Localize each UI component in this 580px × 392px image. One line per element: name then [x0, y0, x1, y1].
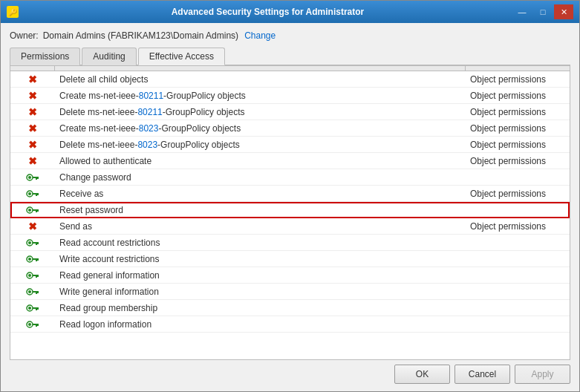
svg-rect-22: [33, 258, 38, 260]
permission-icon: [10, 284, 55, 299]
table-row[interactable]: Read general information: [10, 267, 570, 284]
svg-rect-33: [36, 293, 37, 294]
col-inherited: [466, 66, 570, 71]
permission-icon: ✖: [10, 137, 55, 152]
svg-rect-37: [33, 307, 38, 309]
key-allow-icon: [26, 172, 39, 183]
svg-rect-12: [33, 209, 38, 211]
permission-text: Send as: [55, 220, 466, 233]
svg-rect-24: [37, 258, 39, 261]
col-permission: [55, 66, 466, 71]
table-row[interactable]: ✖Delete all child objectsObject permissi…: [10, 71, 570, 88]
table-row[interactable]: ✖Create ms-net-ieee-8023-GroupPolicy obj…: [10, 120, 570, 137]
permission-icon: ✖: [10, 105, 55, 120]
svg-rect-18: [36, 244, 37, 245]
table-row[interactable]: Write general information: [10, 284, 570, 300]
svg-point-6: [28, 192, 31, 195]
svg-point-26: [28, 274, 31, 277]
svg-rect-28: [36, 276, 37, 278]
table-header: [10, 66, 570, 71]
svg-rect-44: [37, 324, 39, 326]
table-row[interactable]: Receive asObject permissions: [10, 186, 570, 202]
table-row[interactable]: Read logon information: [10, 316, 570, 333]
tab-effective-access[interactable]: Effective Access: [138, 48, 225, 65]
tab-auditing[interactable]: Auditing: [82, 48, 136, 65]
tab-permissions[interactable]: Permissions: [10, 48, 80, 65]
svg-rect-14: [37, 209, 39, 212]
table-row[interactable]: ✖Delete ms-net-ieee-80211-GroupPolicy ob…: [10, 104, 570, 120]
table-row[interactable]: Change password: [10, 169, 570, 186]
minimize-button[interactable]: —: [512, 4, 532, 19]
svg-rect-7: [33, 193, 38, 195]
permission-text: Read account restrictions: [55, 236, 466, 249]
permission-text: Delete all child objects: [55, 73, 466, 86]
svg-rect-34: [37, 291, 39, 293]
permission-icon: [10, 170, 55, 185]
svg-rect-38: [36, 309, 37, 310]
owner-row: Owner: Domain Admins (FABRIKAM123\Domain…: [10, 30, 570, 41]
main-window: 🔑 Advanced Security Settings for Adminis…: [0, 0, 580, 392]
cancel-button[interactable]: Cancel: [454, 365, 510, 384]
content-area: Owner: Domain Admins (FABRIKAM123\Domain…: [1, 23, 579, 391]
table-row[interactable]: Read group membership: [10, 300, 570, 316]
svg-rect-4: [37, 177, 39, 179]
svg-rect-42: [33, 324, 38, 325]
change-owner-link[interactable]: Change: [244, 30, 276, 41]
permission-text: Reset password: [55, 203, 466, 217]
permissions-table: ✖Delete all child objectsObject permissi…: [10, 65, 570, 360]
ok-button[interactable]: OK: [394, 365, 450, 384]
permission-type: Object permissions: [466, 220, 570, 233]
svg-point-21: [28, 258, 31, 261]
close-button[interactable]: ✕: [554, 4, 573, 19]
owner-label: Owner:: [10, 30, 39, 41]
permission-text: Create ms-net-ieee-80211-GroupPolicy obj…: [55, 89, 466, 102]
permission-type: Object permissions: [466, 187, 570, 200]
permission-icon: [10, 268, 55, 283]
permission-icon: ✖: [10, 121, 55, 136]
permission-type: [466, 176, 570, 179]
maximize-button[interactable]: □: [533, 4, 553, 19]
svg-point-11: [28, 209, 31, 212]
permission-type: Object permissions: [466, 154, 570, 168]
svg-point-36: [28, 307, 31, 310]
permission-text: Receive as: [55, 187, 466, 200]
svg-rect-23: [36, 260, 37, 261]
permission-type: Object permissions: [466, 122, 570, 135]
permission-icon: [10, 186, 55, 201]
table-row[interactable]: ✖Delete ms-net-ieee-8023-GroupPolicy obj…: [10, 137, 570, 153]
permission-text: Write account restrictions: [55, 252, 466, 266]
key-allow-icon: [26, 286, 39, 298]
permission-text: Allowed to authenticate: [55, 154, 466, 168]
table-row[interactable]: Read account restrictions: [10, 235, 570, 251]
window-controls: — □ ✕: [512, 4, 573, 19]
table-row[interactable]: ✖Create ms-net-ieee-80211-GroupPolicy ob…: [10, 88, 570, 104]
permission-type: [466, 274, 570, 277]
permission-text: Read general information: [55, 269, 466, 282]
permission-icon: [10, 203, 55, 218]
table-body[interactable]: ✖Delete all child objectsObject permissi…: [10, 71, 570, 359]
key-allow-icon: [26, 188, 39, 200]
table-row[interactable]: Write account restrictions: [10, 251, 570, 267]
table-row[interactable]: ✖Allowed to authenticateObject permissio…: [10, 153, 570, 169]
svg-point-1: [28, 176, 31, 179]
permission-type: [466, 290, 570, 293]
permission-text: Delete ms-net-ieee-8023-GroupPolicy obje…: [55, 138, 466, 151]
title-bar: 🔑 Advanced Security Settings for Adminis…: [1, 1, 579, 23]
apply-button[interactable]: Apply: [515, 365, 570, 384]
svg-rect-43: [36, 325, 37, 327]
permission-text: Read logon information: [55, 318, 466, 331]
key-allow-icon: [26, 318, 39, 330]
footer: OK Cancel Apply: [10, 360, 570, 385]
permission-icon: [10, 301, 55, 316]
table-row[interactable]: Reset password: [10, 202, 570, 218]
svg-rect-32: [33, 291, 38, 293]
svg-point-41: [28, 323, 31, 326]
table-row[interactable]: ✖Send asObject permissions: [10, 218, 570, 235]
key-allow-icon: [26, 237, 39, 249]
permission-type: [466, 307, 570, 310]
svg-rect-3: [36, 178, 37, 180]
permission-text: Read group membership: [55, 301, 466, 315]
permission-type: Object permissions: [466, 89, 570, 102]
svg-point-31: [28, 290, 31, 293]
app-icon: 🔑: [7, 6, 19, 18]
